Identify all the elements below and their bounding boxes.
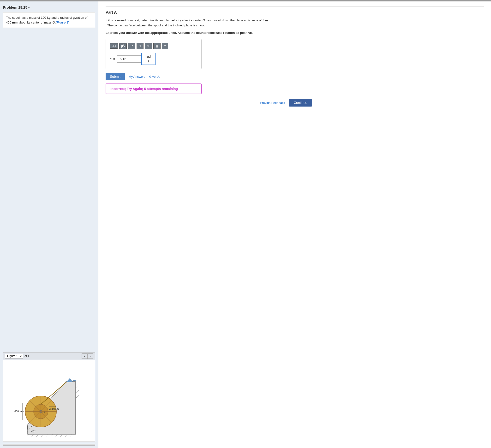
right-panel: Part A If it is released from rest, dete…: [98, 1, 491, 448]
figure-nav-group: ‹ ›: [82, 354, 93, 359]
bottom-row: Provide Feedback Continue: [106, 99, 312, 107]
actions-row: Submit My Answers Give Up: [106, 73, 484, 80]
keyboard-icon: ▦: [155, 44, 158, 48]
scrollbar[interactable]: [3, 444, 95, 446]
description-text: The spool has a mass of 100 kg and a rad…: [6, 16, 88, 24]
provide-feedback-link[interactable]: Provide Feedback: [260, 101, 285, 105]
unit-line2: s: [145, 59, 152, 64]
format-btn[interactable]: ⊟⊞: [110, 43, 118, 49]
figure-header: Figure 1 of 1 ‹ ›: [3, 352, 95, 360]
keyboard-btn[interactable]: ▦: [153, 43, 161, 49]
redo-icon: ↪: [139, 44, 141, 48]
svg-line-19: [70, 434, 72, 437]
figure-next-btn[interactable]: ›: [87, 354, 93, 359]
figure-svg: O: [6, 362, 92, 439]
give-up-link[interactable]: Give Up: [149, 75, 161, 78]
mu-btn[interactable]: μÅ: [119, 43, 127, 49]
input-row: ω = rad s: [110, 53, 198, 65]
svg-line-7: [76, 385, 79, 389]
svg-line-11: [31, 434, 34, 437]
feedback-text: Incorrect; Try Again; 5 attempts remaini…: [110, 87, 178, 91]
my-answers-link[interactable]: My Answers: [129, 75, 145, 78]
figure-illustration: O: [6, 362, 92, 439]
toolbar: ⊟⊞ μÅ ↩ ↪ ↺ ▦ ?: [110, 43, 198, 49]
svg-line-12: [36, 434, 38, 437]
svg-line-13: [41, 434, 43, 437]
figure-prev-btn[interactable]: ‹: [82, 354, 87, 359]
answer-box: ⊟⊞ μÅ ↩ ↪ ↺ ▦ ?: [106, 39, 202, 69]
svg-marker-33: [66, 379, 73, 382]
svg-line-9: [76, 395, 79, 398]
figure-of-text: of 1: [25, 355, 29, 358]
problem-text: If it is released from rest, determine i…: [106, 18, 269, 28]
format-icon: ⊟⊞: [112, 44, 116, 47]
left-panel: Problem 18.25 • The spool has a mass of …: [0, 1, 98, 448]
unit-line1: rad: [145, 54, 152, 59]
continue-button[interactable]: Continue: [289, 99, 312, 107]
problem-description: The spool has a mass of 100 kg and a rad…: [3, 12, 95, 28]
undo-icon: ↩: [130, 44, 133, 48]
part-label: Part A: [106, 10, 484, 15]
svg-text:45°: 45°: [31, 430, 36, 433]
svg-line-8: [76, 390, 79, 393]
problem-title: Problem 18.25 •: [3, 5, 95, 9]
help-btn[interactable]: ?: [162, 43, 168, 49]
reset-icon: ↺: [147, 44, 150, 48]
unit-box: rad s: [141, 53, 155, 65]
figure-area: Figure 1 of 1 ‹ ›: [3, 352, 95, 446]
undo-btn[interactable]: ↩: [128, 43, 135, 49]
reset-btn[interactable]: ↺: [145, 43, 152, 49]
svg-text:600 mm: 600 mm: [14, 410, 24, 413]
svg-line-10: [26, 434, 29, 437]
mu-icon: μÅ: [121, 44, 125, 48]
figure-link[interactable]: (Figure 1): [56, 21, 69, 24]
feedback-box: Incorrect; Try Again; 5 attempts remaini…: [106, 84, 202, 94]
svg-line-16: [55, 434, 57, 437]
figure-box: O: [3, 360, 95, 442]
problem-instruction: Express your answer with the appropriate…: [106, 30, 269, 35]
svg-line-14: [46, 434, 48, 437]
svg-line-6: [76, 380, 79, 384]
submit-button[interactable]: Submit: [106, 73, 125, 80]
omega-label: ω =: [110, 57, 115, 61]
svg-line-15: [50, 434, 53, 437]
figure-select[interactable]: Figure 1: [5, 354, 23, 358]
divider: [106, 6, 484, 7]
redo-btn[interactable]: ↪: [137, 43, 143, 49]
answer-input[interactable]: [117, 56, 141, 63]
svg-text:300 mm: 300 mm: [49, 407, 59, 410]
svg-line-18: [65, 434, 67, 437]
help-icon: ?: [164, 44, 166, 48]
svg-line-17: [60, 434, 62, 437]
